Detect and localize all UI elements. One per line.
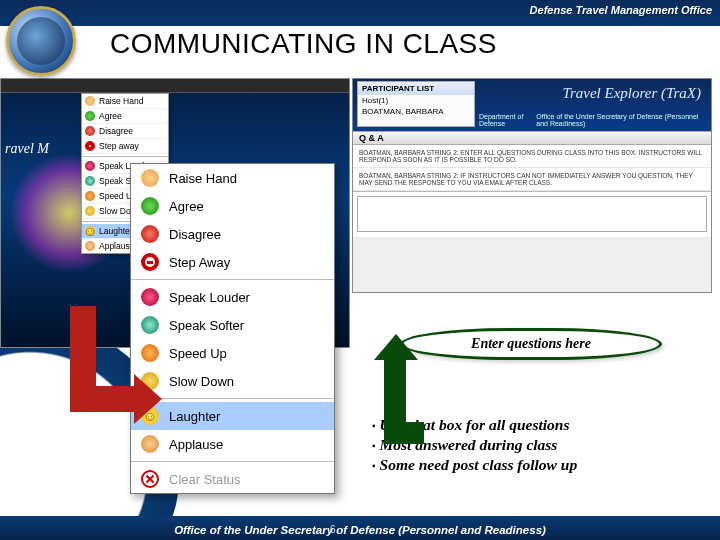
feedback-icon bbox=[85, 191, 95, 201]
feedback-icon bbox=[141, 316, 159, 334]
feedback-item-speak-louder[interactable]: Speak Louder bbox=[131, 283, 334, 311]
feedback-icon bbox=[141, 288, 159, 306]
qa-textbox[interactable] bbox=[357, 196, 707, 232]
feedback-item-applause[interactable]: Applause bbox=[131, 430, 334, 458]
feedback-item-clear-status: Clear Status bbox=[131, 465, 334, 493]
feedback-label: Raise Hand bbox=[169, 171, 237, 186]
feedback-item-speak-softer[interactable]: Speak Softer bbox=[131, 311, 334, 339]
small-menu-item[interactable]: Step away bbox=[82, 139, 168, 154]
participant-row: BOATMAN, BARBARA bbox=[358, 106, 474, 117]
feedback-icon bbox=[85, 141, 95, 151]
feedback-label: Step Away bbox=[169, 255, 230, 270]
participant-header: PARTICIPANT LIST bbox=[358, 82, 474, 95]
feedback-icon bbox=[85, 206, 95, 216]
participant-row: Host(1) bbox=[358, 95, 474, 106]
feedback-label: Disagree bbox=[169, 227, 221, 242]
content-area: ravel M Raise HandAgreeDisagreeStep away… bbox=[0, 78, 720, 516]
qa-bar: Q & A bbox=[353, 131, 711, 145]
slide: Defense Travel Management Office COMMUNI… bbox=[0, 0, 720, 540]
small-menu-item[interactable]: Agree bbox=[82, 109, 168, 124]
feedback-icon bbox=[85, 241, 95, 251]
feedback-item-step-away[interactable]: Step Away bbox=[131, 248, 334, 276]
qa-label: Q & A bbox=[359, 133, 384, 143]
page-title: COMMUNICATING IN CLASS bbox=[110, 28, 497, 60]
small-menu-item[interactable]: Raise Hand bbox=[82, 94, 168, 109]
feedback-label: Agree bbox=[169, 199, 204, 214]
callout-enter-questions: Enter questions here bbox=[400, 328, 662, 360]
participant-panel: PARTICIPANT LIST Host(1) BOATMAN, BARBAR… bbox=[357, 81, 475, 127]
feedback-label: Speak Louder bbox=[169, 290, 250, 305]
feedback-icon bbox=[85, 161, 95, 171]
qa-message: BOATMAN, BARBARA STRING 2: ENTER ALL QUE… bbox=[353, 145, 711, 168]
feedback-icon bbox=[141, 169, 159, 187]
feedback-item-raise-hand[interactable]: Raise Hand bbox=[131, 164, 334, 192]
feedback-icon bbox=[85, 176, 95, 186]
small-menu-item[interactable]: Disagree bbox=[82, 124, 168, 139]
red-arrow bbox=[40, 306, 120, 426]
qa-messages: BOATMAN, BARBARA STRING 2: ENTER ALL QUE… bbox=[353, 145, 711, 191]
feedback-dropdown[interactable]: Raise HandAgreeDisagreeStep AwaySpeak Lo… bbox=[130, 163, 335, 494]
feedback-icon bbox=[141, 435, 159, 453]
bullet-item: Some need post class follow up bbox=[372, 456, 577, 476]
qa-message: BOATMAN, BARBARA STRING 2: IF INSTRUCTOR… bbox=[353, 168, 711, 191]
feedback-label: Speed Up bbox=[169, 346, 227, 361]
feedback-label: Clear Status bbox=[169, 472, 241, 487]
feedback-icon bbox=[85, 226, 95, 236]
window-titlebar bbox=[1, 79, 349, 93]
sub-right: Office of the Under Secretary of Defense… bbox=[536, 113, 705, 127]
feedback-item-agree[interactable]: Agree bbox=[131, 192, 334, 220]
trax-header: PARTICIPANT LIST Host(1) BOATMAN, BARBAR… bbox=[353, 79, 711, 131]
feedback-icon bbox=[141, 344, 159, 362]
office-name: Defense Travel Management Office bbox=[530, 4, 712, 16]
feedback-icon bbox=[141, 225, 159, 243]
qa-input-area[interactable] bbox=[353, 191, 711, 237]
slide-partial-text: ravel M bbox=[5, 141, 49, 157]
feedback-item-disagree[interactable]: Disagree bbox=[131, 220, 334, 248]
callout-text: Enter questions here bbox=[471, 336, 591, 352]
trax-subheader: Department of Defense Office of the Unde… bbox=[479, 113, 705, 127]
feedback-icon bbox=[141, 470, 159, 488]
feedback-label: Slow Down bbox=[169, 374, 234, 389]
footer-text: Office of the Under Secretary of Defense… bbox=[0, 524, 720, 536]
feedback-icon bbox=[85, 126, 95, 136]
trax-title: Travel Explorer (TraX) bbox=[562, 85, 701, 102]
feedback-icon bbox=[141, 197, 159, 215]
feedback-label: Speak Softer bbox=[169, 318, 244, 333]
right-screenshot: PARTICIPANT LIST Host(1) BOATMAN, BARBAR… bbox=[352, 78, 712, 293]
green-arrow bbox=[370, 334, 420, 444]
feedback-item-speed-up[interactable]: Speed Up bbox=[131, 339, 334, 367]
sub-left: Department of Defense bbox=[479, 113, 536, 127]
feedback-label: Applause bbox=[169, 437, 223, 452]
feedback-icon bbox=[141, 253, 159, 271]
feedback-icon bbox=[85, 96, 95, 106]
feedback-icon bbox=[85, 111, 95, 121]
dod-seal bbox=[6, 6, 76, 76]
feedback-label: Laughter bbox=[169, 409, 220, 424]
